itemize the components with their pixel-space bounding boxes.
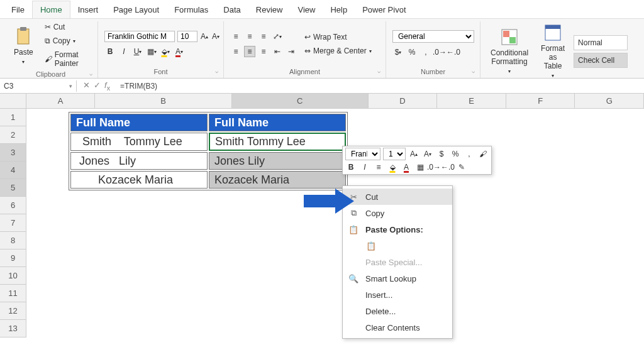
row-1[interactable]: 1 (0, 109, 26, 126)
increase-indent-button[interactable]: ⇥ (286, 46, 297, 57)
bold-button[interactable]: B (104, 46, 116, 57)
tab-help[interactable]: Help (323, 1, 355, 18)
italic-button[interactable]: I (118, 46, 130, 57)
style-normal[interactable]: Normal (574, 35, 628, 50)
ctx-insert[interactable]: Insert... (343, 287, 452, 303)
tab-power-pivot[interactable]: Power Pivot (355, 1, 413, 18)
mini-decrease-font[interactable]: A▾ (422, 148, 433, 160)
mini-dec-decimal[interactable]: ←.0 (442, 162, 453, 173)
tab-file[interactable]: File (4, 1, 32, 18)
number-format-combo[interactable]: General (392, 30, 474, 43)
table-header[interactable]: Full Name (209, 114, 346, 131)
style-check-cell[interactable]: Check Cell (574, 53, 628, 68)
spreadsheet-grid[interactable]: A B C D E F G 12345678910111213 Full Nam… (0, 94, 644, 109)
orientation-button[interactable]: ⤢▾ (272, 31, 283, 42)
row-11[interactable]: 11 (0, 285, 26, 302)
format-as-table-button[interactable]: Format as Table▾ (537, 21, 569, 81)
mini-align[interactable]: ≡ (373, 162, 384, 173)
table-cell[interactable]: Kozacek Maria (70, 171, 208, 189)
name-box[interactable]: C3▾ (0, 80, 77, 92)
col-c[interactable]: C (232, 94, 369, 109)
mini-font-combo[interactable]: Franklin (345, 148, 380, 160)
table-cell[interactable]: Jones Lily (209, 152, 346, 170)
ctx-copy[interactable]: ⧉Copy (343, 205, 452, 221)
currency-button[interactable]: $▾ (392, 47, 404, 58)
col-g[interactable]: G (575, 94, 644, 109)
formula-input[interactable]: =TRIM(B3) (116, 80, 644, 92)
tab-view[interactable]: View (290, 1, 323, 18)
row-4[interactable]: 4 (0, 162, 26, 179)
tab-home[interactable]: Home (32, 1, 70, 18)
conditional-formatting-button[interactable]: Conditional Formatting▾ (487, 26, 532, 77)
mini-borders[interactable]: ▦ (414, 162, 426, 173)
cancel-formula-button[interactable]: ✕ (83, 80, 90, 92)
align-bottom-button[interactable]: ≡ (258, 31, 269, 42)
fill-color-button[interactable]: ⬙▾ (160, 46, 171, 57)
mini-inc-decimal[interactable]: .0→ (428, 162, 440, 173)
mini-brush-icon[interactable]: 🖌 (477, 148, 489, 160)
decrease-indent-button[interactable]: ⇤ (272, 46, 283, 57)
row-9[interactable]: 9 (0, 250, 26, 267)
table-cell[interactable]: Jones Lily (70, 152, 208, 170)
row-8[interactable]: 8 (0, 232, 26, 250)
align-top-button[interactable]: ≡ (230, 31, 242, 42)
table-header[interactable]: Full Name (70, 114, 208, 131)
row-13[interactable]: 13 (0, 320, 26, 337)
ctx-delete[interactable]: Delete... (343, 303, 452, 319)
mini-size-combo[interactable]: 10 (383, 148, 406, 160)
copy-button[interactable]: ⧉Copy▾ (42, 35, 91, 47)
borders-button[interactable]: ▦▾ (146, 46, 157, 57)
wrap-text-button[interactable]: ↩Wrap Text (302, 31, 374, 43)
paste-button[interactable]: Paste ▾ (10, 24, 37, 67)
increase-font-button[interactable]: A▴ (200, 31, 209, 42)
mini-bold[interactable]: B (345, 162, 357, 173)
row-5[interactable]: 5 (0, 179, 26, 197)
font-color-button[interactable]: A▾ (174, 46, 185, 57)
row-3[interactable]: 3 (0, 144, 26, 162)
ctx-clear-contents[interactable]: Clear Contents (343, 319, 452, 336)
mini-fill-color[interactable]: ⬙ (387, 162, 398, 173)
align-center-button[interactable]: ≡ (244, 46, 255, 57)
format-painter-button[interactable]: 🖌Format Painter (42, 49, 91, 69)
mini-increase-font[interactable]: A▴ (408, 148, 419, 160)
fx-button[interactable]: fx (104, 80, 110, 92)
row-6[interactable]: 6 (0, 197, 26, 214)
row-2[interactable]: 2 (0, 126, 26, 144)
ctx-cut[interactable]: ✂Cut (343, 189, 452, 205)
mini-percent[interactable]: % (450, 148, 461, 160)
align-middle-button[interactable]: ≡ (244, 31, 255, 42)
table-cell[interactable]: Smith Tommy Lee (209, 133, 346, 151)
tab-page-layout[interactable]: Page Layout (106, 1, 167, 18)
ctx-smart-lookup[interactable]: 🔍Smart Lookup (343, 270, 452, 287)
col-b[interactable]: B (95, 94, 231, 109)
font-size-combo[interactable] (177, 31, 197, 42)
align-right-button[interactable]: ≡ (258, 46, 269, 57)
dec-decimal-button[interactable]: ←.0 (448, 47, 459, 58)
tab-insert[interactable]: Insert (70, 1, 106, 18)
merge-center-button[interactable]: ⇔Merge & Center▾ (302, 45, 374, 57)
tab-formulas[interactable]: Formulas (167, 1, 216, 18)
table-cell[interactable]: Smith Tommy Lee (70, 133, 208, 151)
mini-font-color[interactable]: A (401, 162, 412, 173)
table-cell[interactable]: Kozacek Maria (209, 171, 346, 189)
col-a[interactable]: A (26, 94, 96, 109)
percent-button[interactable]: % (406, 47, 418, 58)
decrease-font-button[interactable]: A▾ (211, 31, 220, 42)
cut-button[interactable]: ✂Cut (42, 21, 91, 33)
comma-button[interactable]: , (420, 47, 431, 58)
col-f[interactable]: F (506, 94, 575, 109)
accept-formula-button[interactable]: ✓ (94, 80, 101, 92)
mini-italic[interactable]: I (359, 162, 370, 173)
select-all-corner[interactable] (0, 94, 26, 109)
underline-button[interactable]: U▾ (132, 46, 143, 57)
row-10[interactable]: 10 (0, 267, 26, 285)
col-e[interactable]: E (437, 94, 506, 109)
mini-format-painter[interactable]: ✎ (456, 162, 467, 173)
tab-review[interactable]: Review (248, 1, 291, 18)
col-d[interactable]: D (369, 94, 438, 109)
tab-data[interactable]: Data (216, 1, 248, 18)
mini-comma[interactable]: , (464, 148, 475, 160)
row-7[interactable]: 7 (0, 214, 26, 232)
inc-decimal-button[interactable]: .0→ (434, 47, 445, 58)
mini-currency[interactable]: $ (436, 148, 447, 160)
